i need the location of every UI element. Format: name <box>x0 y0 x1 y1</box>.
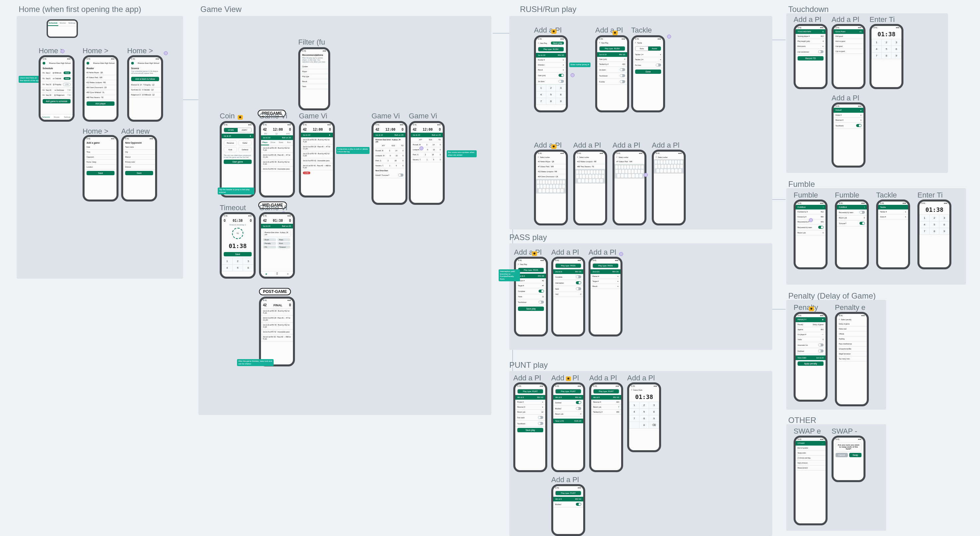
mini-tab[interactable]: Settings <box>67 21 76 26</box>
penalty-option[interactable]: False start <box>837 327 867 331</box>
key[interactable]: 5 <box>930 222 939 228</box>
key[interactable]: 2 <box>882 39 891 46</box>
schedule-row[interactable]: Fri · Sep 30@ Ridgemont7:00 <box>41 93 73 98</box>
box-row[interactable]: Lindqvist, M.5220 <box>374 153 406 158</box>
box-row[interactable]: Navarro, T.190 <box>411 157 443 162</box>
form-field[interactable]: Date <box>84 144 116 150</box>
penalty-option[interactable]: Too many men <box>837 357 867 362</box>
device-td-2[interactable]: 9:41●●● Extra Point+1 Kick good Kick no … <box>832 24 865 89</box>
field[interactable]: Gain (yds) <box>536 73 566 78</box>
form-field[interactable]: Location <box>84 165 116 170</box>
other-option[interactable]: Injury timeout <box>795 460 826 466</box>
box-row[interactable]: Russell, M.3140 <box>374 148 406 153</box>
device-gameview-1[interactable]: 9:41●●● 4212:000 RIVQ1KHS 1st & 10Ball o… <box>259 121 295 198</box>
box-row[interactable]: Navarro, T.190 <box>374 163 406 168</box>
device-midgame[interactable]: 9:41●●● 4201:380 1st & 10Ball on 25 Rive… <box>259 212 295 279</box>
penalty-option[interactable]: Unsportsmanlike <box>837 346 867 352</box>
key[interactable]: 1 <box>222 258 232 264</box>
key[interactable]: 8 <box>882 52 891 59</box>
field[interactable]: Result▾ <box>536 68 566 73</box>
device-add-opponent[interactable]: 9:41●●● New Opponent Team name City Masc… <box>121 135 157 201</box>
roster-row[interactable]: #2 Harlan Reyes · QB <box>84 70 116 75</box>
play-row[interactable]: 2nd & 8 at RIV 42 · Incomplete pass <box>301 158 333 163</box>
device-other-1[interactable]: 9:41●●● OTHER… End of quarter Swap ends … <box>794 436 827 525</box>
key[interactable]: 4 <box>872 46 881 52</box>
other-option[interactable]: 2-minute warning <box>795 455 826 460</box>
confirm-button[interactable]: Swap <box>849 453 861 457</box>
device-fumble-time[interactable]: 9:41●●● 01:38 123 456 789 <box>918 200 951 269</box>
play-row[interactable]: 3rd & 8 at RIV 42 · Pass #2 → #88 for 9 … <box>301 163 333 170</box>
box-row[interactable]: Russell, M.3140 <box>411 142 443 147</box>
gv-tab[interactable]: Drive <box>269 140 277 145</box>
key[interactable]: 6 <box>891 46 901 52</box>
key[interactable]: 6 <box>939 222 949 228</box>
save-button[interactable]: Done <box>635 70 661 74</box>
device-punt-3[interactable]: 9:41●●● Play type: PUNT 4th & 8RIV 42 Re… <box>589 382 623 472</box>
filter-item[interactable]: Result <box>300 79 328 84</box>
key[interactable]: 3 <box>556 85 566 91</box>
start-game-button[interactable]: Start game <box>224 160 252 164</box>
key[interactable]: 8 <box>930 228 939 235</box>
field[interactable]: Direction▾ <box>536 62 566 68</box>
penalty-option[interactable]: Holding <box>837 336 867 341</box>
qwerty-keyboard[interactable] <box>614 164 644 179</box>
filter-item[interactable]: Team <box>300 84 328 89</box>
qwerty-keyboard[interactable] <box>575 169 605 184</box>
device-coin-toss[interactable]: 9:41●●● HOMEAWAY 1st & 10⏵ Receive Defer… <box>220 121 256 198</box>
key[interactable]: 3 <box>649 402 659 408</box>
play-type-chip[interactable]: Rush <box>263 238 276 241</box>
device-pass-3[interactable]: 9:41●●● Play type: PASS 2nd & 6RIV 29 Pa… <box>589 257 622 336</box>
key[interactable]: 1 <box>872 39 881 46</box>
other-option[interactable]: Measurement <box>795 466 826 471</box>
gv-tab[interactable]: Plays <box>261 140 269 145</box>
toggle[interactable] <box>558 74 564 77</box>
follow-team-button[interactable]: Add a team to follow <box>131 77 159 81</box>
key[interactable]: 7 <box>630 415 639 422</box>
play-type-chip[interactable]: Timeout <box>278 246 291 248</box>
field[interactable]: Rusher #▾ <box>536 57 566 62</box>
roster-row[interactable]: #88 Theo Navarro · TE <box>84 95 116 100</box>
key[interactable]: 3 <box>939 215 949 221</box>
bottom-nav-item[interactable]: Settings <box>62 114 73 120</box>
device-punt-5[interactable]: 9:41●●● Play type: PUNT 4th & 8RIV 42 Bl… <box>551 484 585 536</box>
device-punt-2[interactable]: 9:41●●● Play type: PUNT 4th & 8RIV 42 Do… <box>551 382 585 472</box>
coin-choice[interactable]: Receive <box>224 140 237 146</box>
play-row[interactable]: 2nd & 6 at RIV 29 · Pass #2 → #7 for 11 … <box>301 144 333 151</box>
key[interactable]: 2 <box>640 402 649 408</box>
device-rush-add-1[interactable]: 9:41●●● ‹New PlaySave play Play type: RU… <box>534 35 568 113</box>
bottom-nav-item[interactable]: Scores <box>51 114 62 120</box>
device-rush-add-2[interactable]: 9:41●●● ‹New Play Play type: RUSH 1st & … <box>595 35 629 113</box>
key[interactable]: 6 <box>556 92 566 98</box>
filter-item[interactable]: Quarter <box>300 64 328 69</box>
play-row[interactable]: 1st & 10 at RIV 25 · Rush by #12 for 4 y… <box>301 137 333 144</box>
xp-option[interactable]: 2-pt no good <box>834 49 864 54</box>
key[interactable]: 3 <box>891 39 901 46</box>
penalty-option[interactable]: Pass interference <box>837 341 867 346</box>
score-row[interactable]: Northview 21 · 0 Oakdale · Q3 <box>129 87 161 92</box>
penalty-option[interactable]: Offside <box>837 331 867 336</box>
score-row[interactable]: Riverton E. 14 · 7 Kingsley · Q2 <box>129 82 161 87</box>
key[interactable]: 5 <box>640 409 649 415</box>
device-filter[interactable]: 9:41●●● Recommendations Filter the play … <box>298 47 330 110</box>
penalty-option[interactable]: Illegal formation <box>837 352 867 357</box>
key[interactable]: 2 <box>233 258 243 264</box>
device-rush-kb-1[interactable]: 9:41●●● ‹Select rusher #2 Harlan Reyes ·… <box>534 150 568 225</box>
key[interactable]: 7 <box>536 98 546 105</box>
key[interactable]: 9 <box>649 415 659 422</box>
key[interactable]: 7 <box>872 52 881 59</box>
key[interactable]: 9 <box>939 228 949 235</box>
device-fumble-1[interactable]: 9:41●●● FUMBLE! Fumbled by ##12 Forced b… <box>794 200 827 269</box>
key[interactable]: 9 <box>556 98 566 105</box>
key[interactable]: 6 <box>243 265 253 271</box>
key[interactable]: 9 <box>891 52 901 59</box>
xp-option[interactable]: 2-pt good <box>834 44 864 49</box>
device-timeout[interactable]: 9:41●●● 001:380 Timeouts remaining: 2 TO… <box>220 212 256 279</box>
penalty-option[interactable]: Delay of game <box>837 322 867 327</box>
save-play-button[interactable]: Save play <box>518 306 544 311</box>
other-option[interactable]: End of quarter <box>795 446 826 450</box>
play-row[interactable]: 2nd & 6 at RIV 29 · Pass #2 → #7 for 11 … <box>261 152 293 160</box>
form-field[interactable]: Time <box>84 150 116 155</box>
key[interactable]: 4 <box>630 409 639 415</box>
device-gameview-box[interactable]: 9:41●●● 4212:000 1st & 10Ball on 25 Rive… <box>371 121 407 205</box>
key[interactable]: 1 <box>536 85 546 91</box>
